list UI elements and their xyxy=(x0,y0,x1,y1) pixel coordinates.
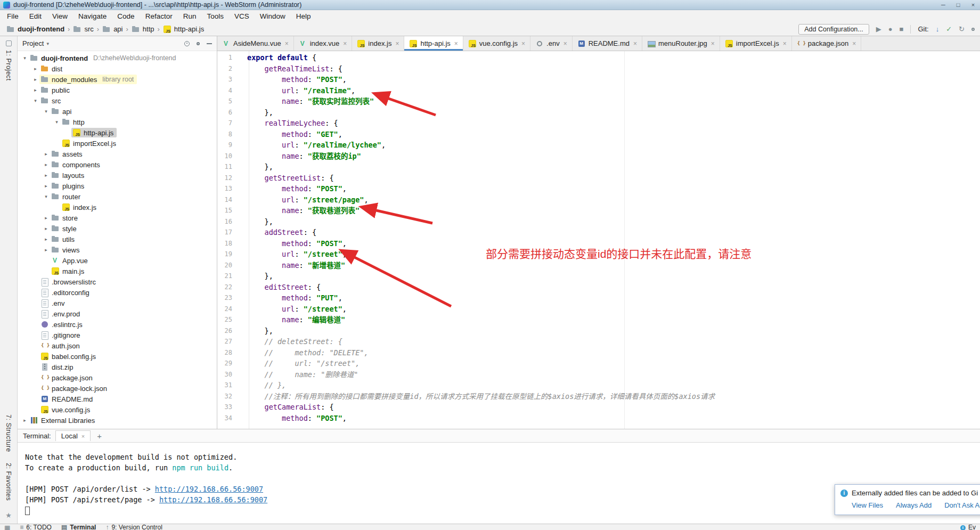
tree-item-public[interactable]: ▸public xyxy=(18,85,217,95)
menu-item-edit[interactable]: Edit xyxy=(24,11,46,21)
statusbar-item-9-version-control[interactable]: ↑9: Version Control xyxy=(105,524,162,530)
tree-item-utils[interactable]: ▸utils xyxy=(18,234,217,244)
chevron-right-icon[interactable]: ▸ xyxy=(42,226,50,231)
editor[interactable]: 1export default {2 getRealTimeList: {3 m… xyxy=(217,51,980,429)
line-number[interactable]: 30 xyxy=(217,369,241,380)
tree-item-vue.config.js[interactable]: vue.config.js xyxy=(18,404,217,415)
chevron-down-icon[interactable]: ▾ xyxy=(46,41,49,46)
tree-item-App.vue[interactable]: App.vue xyxy=(18,255,217,266)
close-icon[interactable]: × xyxy=(564,40,567,47)
locate-file-icon[interactable] xyxy=(184,41,190,46)
stop-icon[interactable]: ■ xyxy=(900,25,904,33)
line-number[interactable]: 18 xyxy=(217,238,241,249)
tree-item-node_modules[interactable]: ▸node_moduleslibrary root xyxy=(18,74,217,85)
line-number[interactable]: 27 xyxy=(217,336,241,347)
line-number[interactable]: 5 xyxy=(217,96,241,107)
chevron-right-icon[interactable]: ▸ xyxy=(42,173,50,178)
editor-tab-AsideMenu.vue[interactable]: AsideMenu.vue× xyxy=(217,36,294,51)
line-number[interactable]: 20 xyxy=(217,260,241,271)
tree-item-duoji-frontend[interactable]: ▾duoji-frontendD:\zheheWeb\duoji-fronten… xyxy=(18,53,217,63)
tree-item-.editorconfig[interactable]: .editorconfig xyxy=(18,287,217,298)
terminal-tab-local[interactable]: Local × xyxy=(55,430,91,441)
settings-gear-icon[interactable] xyxy=(197,42,200,45)
editor-tab-http-api.js[interactable]: http-api.js× xyxy=(404,36,463,51)
tree-item-dist[interactable]: ▸dist xyxy=(18,63,217,74)
chevron-right-icon[interactable]: ▸ xyxy=(42,215,50,221)
tree-item-.eslintrc.js[interactable]: .eslintrc.js xyxy=(18,319,217,330)
maximize-button[interactable]: □ xyxy=(954,2,962,8)
line-number[interactable]: 26 xyxy=(217,325,241,337)
line-number[interactable]: 28 xyxy=(217,347,241,358)
line-number[interactable]: 32 xyxy=(217,391,241,402)
editor-tab-vue.config.js[interactable]: vue.config.js× xyxy=(463,36,530,51)
tree-item-layouts[interactable]: ▸layouts xyxy=(18,170,217,181)
event-log-icon[interactable]: i xyxy=(960,525,966,530)
menu-item-window[interactable]: Window xyxy=(255,11,290,21)
tree-item-http-api.js[interactable]: http-api.js xyxy=(18,127,217,138)
terminal-link[interactable]: http://192.168.66.56:9007 xyxy=(159,495,267,504)
tree-item-store[interactable]: ▸store xyxy=(18,213,217,223)
chevron-down-icon[interactable]: ▾ xyxy=(42,194,50,199)
breadcrumb-item-api[interactable]: api xyxy=(102,25,123,34)
stripe-label-favorites[interactable]: 2: Favorites xyxy=(5,463,12,501)
tree-item-.browserslistrc[interactable]: .browserslistrc xyxy=(18,276,217,287)
close-button[interactable]: × xyxy=(969,2,977,8)
breadcrumb-item-duoji-frontend[interactable]: duoji-frontend xyxy=(6,25,64,34)
line-number[interactable]: 25 xyxy=(217,314,241,325)
toolwindow-switcher-icon[interactable]: ▦ xyxy=(4,524,10,530)
notification-link-always-add[interactable]: Always Add xyxy=(896,501,932,509)
line-number[interactable]: 24 xyxy=(217,304,241,315)
chevron-down-icon[interactable]: ▾ xyxy=(53,119,61,125)
git-update-icon[interactable]: ↓ xyxy=(936,25,940,33)
chevron-right-icon[interactable]: ▸ xyxy=(42,237,50,242)
notification-link-view-files[interactable]: View Files xyxy=(852,501,883,509)
close-icon[interactable]: × xyxy=(711,40,715,47)
menu-item-refactor[interactable]: Refactor xyxy=(141,11,177,21)
run-icon[interactable]: ▶ xyxy=(876,25,881,33)
line-number[interactable]: 8 xyxy=(217,129,241,140)
debug-icon[interactable]: ● xyxy=(888,25,893,33)
tree-item-index.js[interactable]: index.js xyxy=(18,202,217,213)
line-number[interactable]: 22 xyxy=(217,282,241,293)
menu-item-vcs[interactable]: VCS xyxy=(230,11,254,21)
chevron-right-icon[interactable]: ▸ xyxy=(42,151,50,157)
close-icon[interactable]: × xyxy=(454,40,458,47)
tree-item-assets[interactable]: ▸assets xyxy=(18,149,217,159)
tree-item-style[interactable]: ▸style xyxy=(18,223,217,234)
line-number[interactable]: 21 xyxy=(217,271,241,282)
chevron-right-icon[interactable]: ▸ xyxy=(31,87,39,93)
tree-item-.env[interactable]: .env xyxy=(18,298,217,308)
close-icon[interactable]: × xyxy=(343,40,347,47)
chevron-down-icon[interactable]: ▾ xyxy=(21,55,29,61)
add-configuration-button[interactable]: Add Configuration... xyxy=(798,24,869,35)
line-number[interactable]: 13 xyxy=(217,183,241,194)
clock-icon[interactable] xyxy=(971,28,975,31)
line-number[interactable]: 16 xyxy=(217,216,241,227)
line-number[interactable]: 10 xyxy=(217,151,241,162)
editor-tab-importExcel.js[interactable]: importExcel.js× xyxy=(720,36,792,51)
line-number[interactable]: 29 xyxy=(217,358,241,369)
stripe-label-structure[interactable]: 7: Structure xyxy=(5,414,12,452)
line-number[interactable]: 1 xyxy=(217,52,241,63)
chevron-down-icon[interactable]: ▾ xyxy=(42,109,50,114)
event-log-label[interactable]: Ev xyxy=(968,524,976,530)
tree-item-importExcel.js[interactable]: importExcel.js xyxy=(18,138,217,149)
terminal-link[interactable]: http://192.168.66.56:9007 xyxy=(155,485,263,493)
close-icon[interactable]: × xyxy=(633,40,637,47)
hide-panel-icon[interactable] xyxy=(207,43,212,44)
menu-item-help[interactable]: Help xyxy=(291,11,316,21)
chevron-down-icon[interactable]: ▾ xyxy=(31,98,39,103)
breadcrumb-item-src[interactable]: src xyxy=(73,25,93,34)
close-icon[interactable]: × xyxy=(521,40,525,47)
editor-tab-index.vue[interactable]: index.vue× xyxy=(294,36,353,51)
project-panel-title[interactable]: Project xyxy=(22,39,44,47)
line-number[interactable]: 19 xyxy=(217,249,241,260)
menu-item-run[interactable]: Run xyxy=(178,11,201,21)
tree-item-http[interactable]: ▾http xyxy=(18,117,217,127)
line-number[interactable]: 15 xyxy=(217,205,241,216)
menu-item-tools[interactable]: Tools xyxy=(202,11,228,21)
editor-tab-index.js[interactable]: index.js× xyxy=(352,36,404,51)
line-number[interactable]: 9 xyxy=(217,140,241,151)
tree-item-router[interactable]: ▾router xyxy=(18,191,217,202)
tree-item-.gitignore[interactable]: .gitignore xyxy=(18,330,217,340)
